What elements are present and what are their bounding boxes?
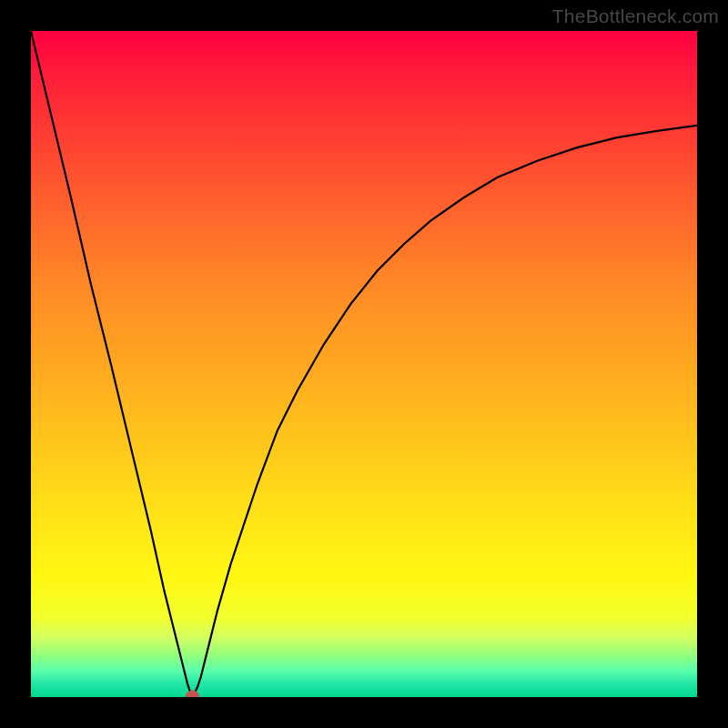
plot-area (31, 31, 697, 697)
bottleneck-curve (31, 31, 697, 697)
curve-path (31, 31, 697, 696)
watermark-text: TheBottleneck.com (552, 5, 719, 27)
chart-frame: TheBottleneck.com (0, 0, 728, 728)
optimum-marker (187, 691, 199, 697)
